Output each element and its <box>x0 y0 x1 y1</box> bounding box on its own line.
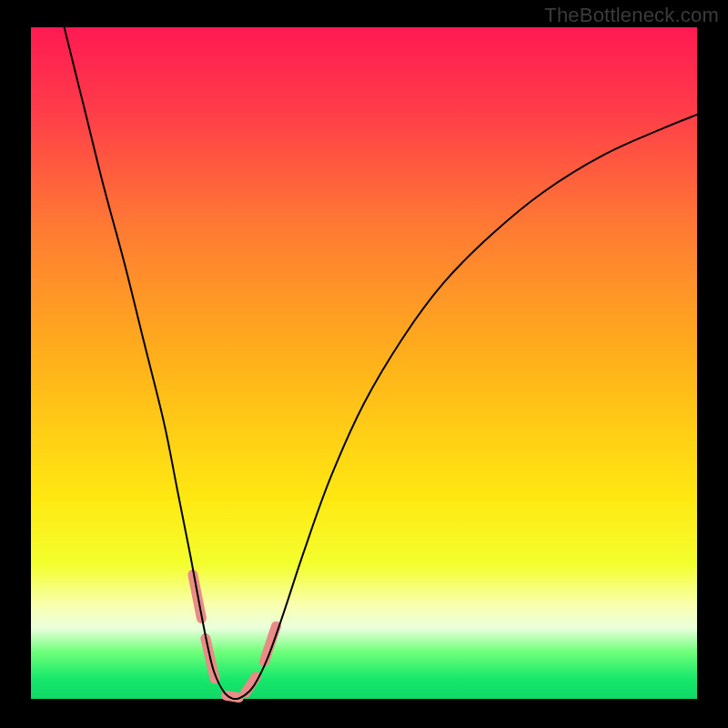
chart-frame: TheBottleneck.com <box>0 0 728 728</box>
plot-background <box>31 27 697 699</box>
bottleneck-chart <box>0 0 728 728</box>
watermark-text: TheBottleneck.com <box>544 4 719 27</box>
